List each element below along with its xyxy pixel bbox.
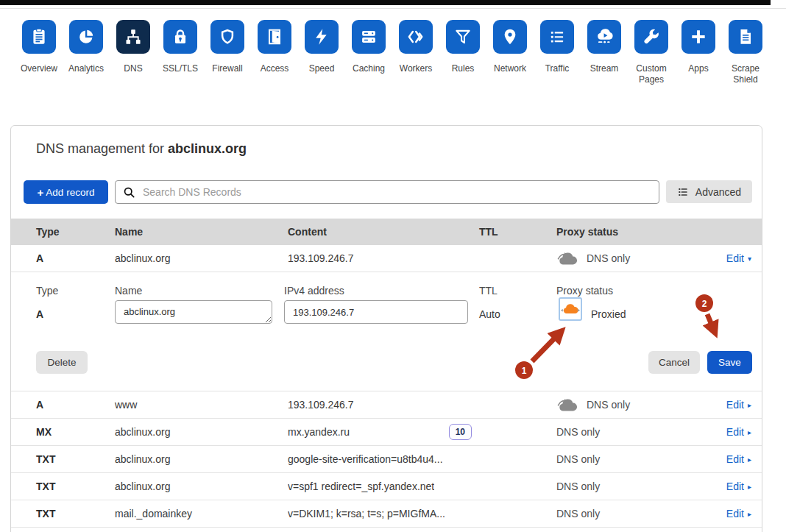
nav-item-label: Network <box>494 63 526 74</box>
edit-record-link[interactable]: Edit ▸ <box>726 480 751 492</box>
record-name: abclinux.org <box>115 453 288 465</box>
nav-item-label: Overview <box>21 63 57 74</box>
edit-caret-icon: ▸ <box>748 509 751 518</box>
code-brackets-icon <box>399 20 433 54</box>
record-name: mail._domainkey <box>115 508 288 519</box>
expanded-record-row: A abclinux.org 193.109.246.7 DNS only Ed… <box>11 245 762 272</box>
nav-item-network[interactable]: Network <box>486 20 534 85</box>
delete-button[interactable]: Delete <box>36 351 88 374</box>
form-type-label: Type <box>36 285 58 297</box>
door-icon <box>258 20 291 54</box>
nav-item-traffic[interactable]: Traffic <box>534 20 581 85</box>
record-name: abclinux.org <box>115 252 288 264</box>
cloud-play-icon <box>587 20 621 54</box>
edit-caret-icon: ▸ <box>748 428 751 436</box>
edit-record-form: Type Name IPv4 address TTL Proxy status … <box>11 272 762 391</box>
table-row: MX abclinux.org mx.yandex.ru 10 DNS only… <box>11 419 762 446</box>
dns-search-box[interactable] <box>115 180 659 204</box>
nav-item-label: Access <box>261 63 289 74</box>
nav-item-label: Firewall <box>212 63 242 74</box>
page-title: DNS management forabclinux.org <box>36 141 247 157</box>
nav-item-overview[interactable]: Overview <box>15 20 63 85</box>
nav-item-ssl-tls[interactable]: SSL/TLS <box>157 20 204 85</box>
nav-item-speed[interactable]: Speed <box>298 20 345 85</box>
nav-item-label: Traffic <box>545 63 570 74</box>
nav-item-stream[interactable]: Stream <box>581 20 628 85</box>
proxied-cloud-icon <box>561 303 580 316</box>
edit-record-link[interactable]: Edit ▾ <box>726 252 751 264</box>
edit-record-link[interactable]: Edit ▸ <box>726 399 751 411</box>
nav-item-workers[interactable]: Workers <box>392 20 439 85</box>
advanced-button[interactable]: Advanced <box>666 180 752 203</box>
nav-item-label: Workers <box>400 63 432 74</box>
network-tree-icon <box>116 20 150 54</box>
column-header-name: Name <box>115 226 288 238</box>
nav-item-apps[interactable]: Apps <box>675 20 722 85</box>
server-icon <box>352 20 386 54</box>
nav-item-label: DNS <box>124 63 142 74</box>
nav-item-dns[interactable]: DNS <box>110 20 157 85</box>
cancel-button[interactable]: Cancel <box>648 351 700 374</box>
mx-priority-badge: 10 <box>449 424 472 440</box>
form-type-value: A <box>36 308 43 320</box>
header-divider <box>0 8 786 9</box>
record-proxy-status: DNS only <box>556 397 689 413</box>
funnel-icon <box>446 20 480 54</box>
record-proxy-status: DNS only <box>556 480 689 492</box>
record-content: 193.109.246.7 <box>288 252 479 264</box>
lightning-icon <box>305 20 339 54</box>
record-proxy-status: DNS only <box>556 453 689 465</box>
record-content: v=spf1 redirect=_spf.yandex.net <box>288 480 479 492</box>
table-row: TXT abclinux.org v=spf1 redirect=_spf.ya… <box>11 473 762 500</box>
record-name: www <box>115 399 288 411</box>
nav-item-label: Rules <box>452 63 475 74</box>
record-type: MX <box>36 426 115 438</box>
record-name: abclinux.org <box>115 426 288 438</box>
title-prefix: DNS management for <box>36 141 164 156</box>
dns-records-table: Type Name Content TTL Proxy status A abc… <box>11 219 762 528</box>
proxy-status-toggle[interactable] <box>559 297 582 321</box>
edit-caret-icon: ▸ <box>748 455 751 464</box>
list-icon <box>540 20 574 54</box>
dns-management-panel: DNS management forabclinux.org + Add rec… <box>10 125 762 532</box>
nav-item-firewall[interactable]: Firewall <box>204 20 251 85</box>
form-name-label: Name <box>115 285 142 297</box>
app-icon-nav: Overview Analytics DNS SSL/TLS Firewall … <box>15 20 769 85</box>
dns-only-cloud-icon <box>556 251 578 266</box>
window-top-edge <box>0 0 771 5</box>
nav-item-scrape-shield[interactable]: Scrape Shield <box>722 20 769 85</box>
record-type: TXT <box>36 508 115 519</box>
ipv4-address-field[interactable] <box>284 300 468 324</box>
record-name-field[interactable]: abclinux.org <box>115 300 272 324</box>
advanced-list-icon <box>677 186 689 198</box>
location-pin-icon <box>493 20 527 54</box>
edit-record-link[interactable]: Edit ▸ <box>726 426 751 438</box>
shield-icon <box>210 20 244 54</box>
edit-record-link[interactable]: Edit ▸ <box>726 453 751 465</box>
column-header-content: Content <box>288 226 479 238</box>
nav-item-label: Caching <box>353 63 385 74</box>
save-button[interactable]: Save <box>707 351 752 374</box>
search-input[interactable] <box>141 185 651 199</box>
record-type: A <box>36 252 115 264</box>
record-type: A <box>36 399 115 411</box>
add-record-button[interactable]: + Add record <box>24 180 108 204</box>
lock-icon <box>163 20 197 54</box>
table-row: A www 193.109.246.7 DNS only Edit ▸ <box>11 391 762 419</box>
table-row: TXT mail._domainkey v=DKIM1; k=rsa; t=s;… <box>11 500 762 528</box>
edit-record-link[interactable]: Edit ▸ <box>726 508 751 519</box>
table-row: A abclinux.org 193.109.246.7 DNS only Ed… <box>11 245 762 272</box>
form-ttl-value: Auto <box>479 308 500 320</box>
nav-item-rules[interactable]: Rules <box>439 20 486 85</box>
dns-only-cloud-icon <box>556 397 578 413</box>
nav-item-caching[interactable]: Caching <box>345 20 392 85</box>
nav-item-analytics[interactable]: Analytics <box>63 20 110 85</box>
nav-item-custom-pages[interactable]: Custom Pages <box>628 20 675 85</box>
record-proxy-status: DNS only <box>556 426 689 438</box>
nav-item-label: SSL/TLS <box>163 63 198 74</box>
domain-name: abclinux.org <box>168 141 247 156</box>
nav-item-access[interactable]: Access <box>251 20 298 85</box>
plus-icon <box>681 20 715 54</box>
record-rows: A www 193.109.246.7 DNS only Edit ▸ MX a… <box>11 391 762 528</box>
document-icon <box>729 20 762 54</box>
